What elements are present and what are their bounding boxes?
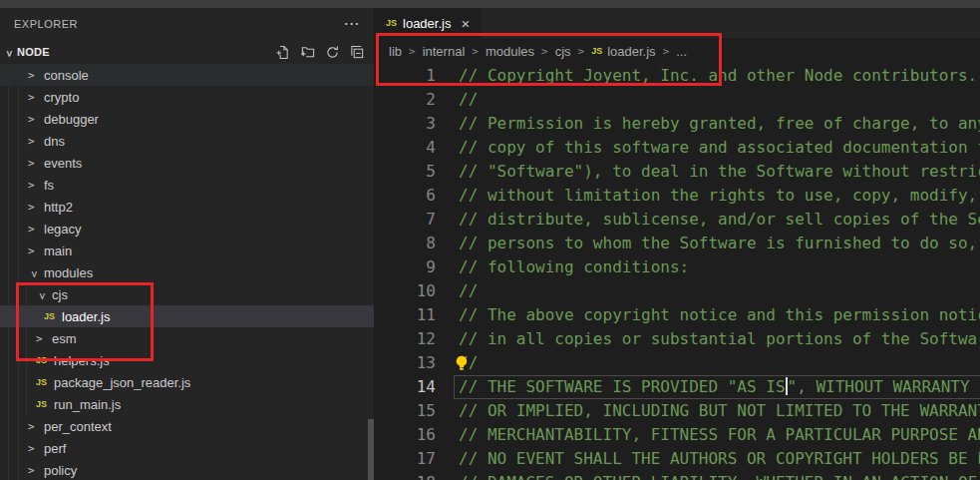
breadcrumb-item-lib[interactable]: lib: [389, 44, 402, 59]
explorer-header: EXPLORER ⋯: [0, 8, 374, 40]
chevron-right-icon: >: [28, 179, 42, 192]
code-line-10[interactable]: 10//: [374, 279, 980, 303]
js-file-icon: JS: [36, 399, 52, 409]
code-text: // persons to whom the Software is furni…: [459, 232, 980, 255]
tree-item-debugger[interactable]: >debugger: [0, 108, 374, 130]
tree-item-helpers-js[interactable]: JShelpers.js: [0, 349, 374, 371]
chevron-down-icon: >: [28, 266, 41, 280]
line-number: 6: [374, 184, 436, 208]
tree-item-events[interactable]: >events: [0, 152, 374, 174]
new-file-icon[interactable]: [274, 44, 290, 60]
chevron-right-icon: >: [28, 201, 42, 214]
line-number: 1: [374, 64, 436, 88]
code-line-7[interactable]: 7// distribute, sublicense, and/or sell …: [374, 208, 980, 232]
code-line-8[interactable]: 8// persons to whom the Software is furn…: [374, 232, 980, 255]
tree-item-label: modules: [44, 265, 93, 280]
tree-item-console[interactable]: >console: [0, 64, 374, 86]
code-line-3[interactable]: 3// Permission is hereby granted, free o…: [374, 112, 980, 136]
breadcrumb-item-cjs[interactable]: cjs: [555, 44, 571, 59]
code-line-17[interactable]: 17// NO EVENT SHALL THE AUTHORS OR COPYR…: [374, 447, 980, 471]
code-line-5[interactable]: 5// "Software"), to deal in the Software…: [374, 160, 980, 184]
js-file-icon: JS: [36, 355, 52, 365]
line-number: 14: [374, 375, 436, 399]
tree-item-legacy[interactable]: >legacy: [0, 218, 374, 240]
code-text: // without limitation the rights to use,…: [459, 184, 980, 208]
code-area[interactable]: 1// Copyright Joyent, Inc. and other Nod…: [374, 64, 980, 480]
chevron-right-icon: >: [28, 442, 42, 455]
tree-item-label: fs: [44, 178, 54, 193]
chevron-down-icon: >: [3, 46, 16, 60]
breadcrumb-item-label: cjs: [555, 44, 571, 59]
breadcrumb-separator-icon: >: [534, 45, 555, 58]
code-line-14[interactable]: 14// THE SOFTWARE IS PROVIDED "AS IS", W…: [374, 375, 980, 399]
breadcrumb: lib>internal>modules>cjs>JSloader.js>...: [374, 38, 980, 64]
chevron-right-icon: >: [36, 332, 50, 345]
breadcrumb-item-label: internal: [423, 44, 466, 59]
tree-item-label: policy: [44, 463, 77, 478]
tree-item-esm[interactable]: >esm: [0, 327, 374, 349]
code-text: // THE SOFTWARE IS PROVIDED "AS IS", WIT…: [459, 375, 980, 399]
code-line-1[interactable]: 1// Copyright Joyent, Inc. and other Nod…: [374, 64, 980, 88]
tree-item-label: run_main.js: [54, 397, 121, 412]
new-folder-icon[interactable]: [299, 44, 315, 60]
code-text: // distribute, sublicense, and/or sell c…: [459, 208, 980, 232]
tree-item-label: loader.js: [62, 309, 110, 324]
tree-item-cjs[interactable]: >cjs: [0, 283, 374, 305]
breadcrumb-separator-icon: >: [571, 45, 592, 58]
explorer-sidebar: EXPLORER ⋯ > NODE: [0, 8, 374, 480]
tab-bar: JS loader.js ×: [374, 8, 980, 38]
tree-item-http2[interactable]: >http2: [0, 196, 374, 218]
tab-loader-js[interactable]: JS loader.js ×: [374, 8, 482, 38]
chevron-right-icon: >: [28, 135, 42, 148]
code-text: // DAMAGES OR OTHER LIABILITY, WHETHER I…: [459, 471, 980, 480]
tree-item-main[interactable]: >main: [0, 240, 374, 261]
code-line-18[interactable]: 18// DAMAGES OR OTHER LIABILITY, WHETHER…: [374, 471, 980, 480]
breadcrumb-item-internal[interactable]: internal: [423, 44, 466, 59]
code-text: // copy of this software and associated …: [459, 136, 980, 160]
breadcrumb-item-label: loader.js: [607, 44, 655, 59]
file-tree: >console>crypto>debugger>dns>events>fs>h…: [0, 64, 374, 480]
code-text: //: [459, 88, 980, 112]
tree-item-dns[interactable]: >dns: [0, 130, 374, 152]
line-number: 12: [374, 327, 436, 351]
line-number: 4: [374, 136, 436, 160]
refresh-icon[interactable]: [324, 44, 340, 60]
code-line-15[interactable]: 15// OR IMPLIED, INCLUDING BUT NOT LIMIT…: [374, 399, 980, 423]
vscode-window: EXPLORER ⋯ > NODE: [0, 0, 980, 480]
code-text: // in all copies or substantial portions…: [459, 327, 980, 351]
tree-item-perf[interactable]: >perf: [0, 437, 374, 459]
code-line-2[interactable]: 2//: [374, 88, 980, 112]
tree-item-crypto[interactable]: >crypto: [0, 86, 374, 108]
tree-item-label: helpers.js: [54, 353, 110, 368]
close-icon[interactable]: ×: [461, 15, 470, 32]
breadcrumb-separator-icon: >: [656, 45, 677, 58]
tree-item-policy[interactable]: >policy: [0, 459, 374, 480]
js-file-icon: JS: [44, 311, 60, 321]
collapse-all-icon[interactable]: [349, 44, 365, 60]
code-line-11[interactable]: 11// The above copyright notice and this…: [374, 303, 980, 327]
tree-item-modules[interactable]: >modules: [0, 261, 374, 283]
code-text: // The above copyright notice and this p…: [459, 303, 980, 327]
code-line-9[interactable]: 9// following conditions:: [374, 255, 980, 279]
code-line-4[interactable]: 4// copy of this software and associated…: [374, 136, 980, 160]
code-line-12[interactable]: 12// in all copies or substantial portio…: [374, 327, 980, 351]
breadcrumb-item-modules[interactable]: modules: [486, 44, 534, 59]
lightbulb-icon[interactable]: [453, 354, 471, 372]
tree-item-loader-js[interactable]: JSloader.js: [0, 305, 374, 327]
js-file-icon: JS: [386, 18, 397, 28]
code-line-16[interactable]: 16// MERCHANTABILITY, FITNESS FOR A PART…: [374, 423, 980, 447]
tree-item-run-main-js[interactable]: JSrun_main.js: [0, 393, 374, 415]
code-line-6[interactable]: 6// without limitation the rights to use…: [374, 184, 980, 208]
code-text: // MERCHANTABILITY, FITNESS FOR A PARTIC…: [459, 423, 980, 447]
tree-item-label: crypto: [44, 90, 79, 105]
tree-item-package-json-reader-js[interactable]: JSpackage_json_reader.js: [0, 371, 374, 393]
js-file-icon: JS: [36, 377, 52, 387]
tree-item-fs[interactable]: >fs: [0, 174, 374, 196]
tree-item-per-context[interactable]: >per_context: [0, 415, 374, 437]
breadcrumb-item--[interactable]: ...: [676, 44, 687, 59]
node-section-header[interactable]: > NODE: [0, 40, 374, 64]
chevron-right-icon: >: [28, 69, 42, 82]
more-actions-icon[interactable]: ⋯: [344, 16, 361, 32]
line-number: 8: [374, 232, 436, 255]
breadcrumb-item-loader-js[interactable]: JSloader.js: [591, 44, 655, 59]
